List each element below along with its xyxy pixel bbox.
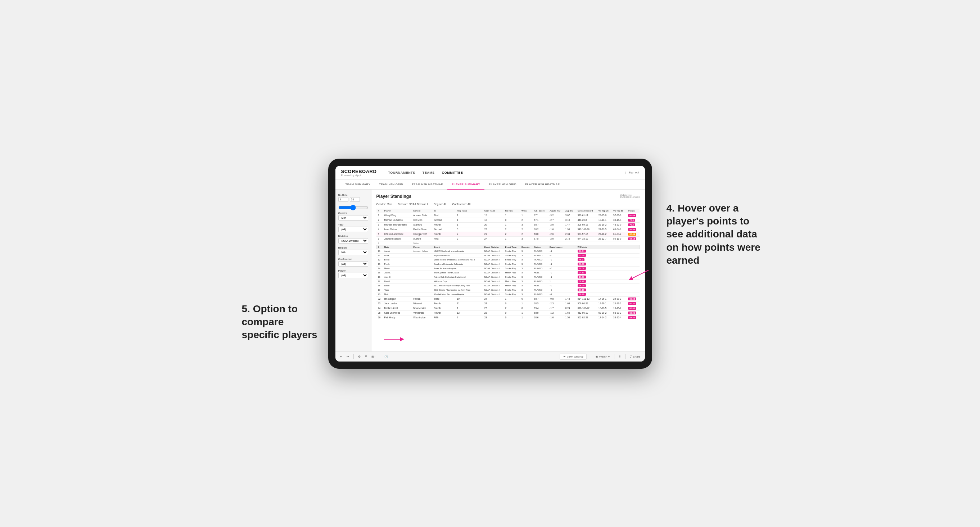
points-badge[interactable]: 59.95: [628, 311, 636, 314]
col-avg-par: Avg to-Par: [548, 209, 564, 213]
tab-player-summary[interactable]: PLAYER SUMMARY: [447, 180, 484, 190]
more-button[interactable]: ⊞ ·: [371, 355, 375, 358]
tab-player-h2h-heatmap[interactable]: PLAYER H2H HEATMAP: [521, 180, 564, 190]
points-badge[interactable]: 58.49: [628, 316, 636, 319]
tooltip-points-badge[interactable]: 66.40: [578, 293, 586, 296]
download-button[interactable]: ⬇: [619, 355, 621, 358]
table-header-row: # Player School Yr Reg Rank Conf Rank No…: [377, 209, 640, 213]
tooltip-points-badge[interactable]: 67.57: [578, 267, 586, 270]
tooltip-points-badge[interactable]: 60.64: [578, 250, 586, 252]
col-vs-top25: Vs Top 25: [597, 209, 612, 213]
division-select[interactable]: NCAA Division I: [338, 238, 368, 243]
divider: [625, 354, 626, 359]
tooltip-points-badge[interactable]: 16.50: [578, 276, 586, 278]
nav-tournaments[interactable]: TOURNAMENTS: [388, 170, 415, 176]
chevron-down-icon: ▾: [608, 355, 610, 358]
tooltip-spacer-row: 7 Niche: [377, 241, 640, 245]
copy-button[interactable]: ⧉: [365, 355, 367, 358]
tooltip-data-row: 19 Tiger SEC Stroke Play hosted by Jerry…: [377, 288, 640, 292]
view-original-button[interactable]: 👁 View: Original: [560, 354, 587, 360]
main-content: No Rds. Gender Men Year (All) Division: [336, 190, 645, 351]
points-badge[interactable]: 88.94: [628, 228, 636, 231]
tooltip-points-badge[interactable]: 73.33: [578, 263, 586, 265]
update-time-value: 27/01/2024 16:56:26: [620, 196, 640, 198]
no-rds-range: [338, 197, 368, 202]
nav-right: | Sign out: [625, 171, 639, 174]
tooltip-data-row: 15 Jake L The Cypress Point Classic NCAA…: [377, 270, 640, 275]
update-time-area: Update time: 27/01/2024 16:56:26: [620, 194, 640, 198]
points-badge[interactable]: 60.58: [628, 297, 636, 300]
clock-button[interactable]: 🕐: [384, 355, 388, 358]
table-row: 3 Michael Thorbjornsen Stanford Fourth 1…: [377, 222, 640, 227]
table-row: 24 Bastien Amat New Mexico Fourth 1 27 2…: [377, 306, 640, 310]
player-label: Player: [338, 270, 368, 272]
points-badge[interactable]: 70.2: [628, 224, 635, 226]
no-rds-max-input[interactable]: [350, 197, 360, 202]
tooltip-data-row: 20 Mutt Mirabel Maui Jim Intercollegiate…: [377, 292, 640, 297]
no-rds-min-input[interactable]: [338, 197, 348, 202]
tab-team-h2h-heatmap[interactable]: TEAM H2H HEATMAP: [407, 180, 447, 190]
tooltip-data-row: 11 Gonk Tiger Invitational NCAA Division…: [377, 253, 640, 257]
no-rds-slider[interactable]: [338, 205, 368, 210]
tooltip-points-badge[interactable]: 46.7: [578, 258, 585, 261]
tab-team-summary[interactable]: TEAM SUMMARY: [341, 180, 375, 190]
col-no-rds: No Rds.: [504, 209, 520, 213]
region-select[interactable]: N/A: [338, 250, 368, 255]
tab-team-h2h-grid[interactable]: TEAM H2H GRID: [375, 180, 407, 190]
col-vs-top50: Vs Top 50: [612, 209, 627, 213]
tooltip-header-row: 8 Mats Player Event Event Division Event…: [377, 245, 640, 249]
undo-button[interactable]: ↩: [340, 355, 342, 358]
year-select[interactable]: (All): [338, 227, 368, 232]
divider: [614, 354, 614, 359]
tooltip-points-badge[interactable]: 53.60: [578, 254, 586, 257]
points-badge-highlighted[interactable]: 80.49: [628, 233, 636, 236]
tablet-frame: SCOREBOARD Powered by clippi TOURNAMENTS…: [328, 159, 652, 369]
points-badge[interactable]: 68.18: [628, 237, 636, 240]
logo-area: SCOREBOARD Powered by clippi: [341, 169, 377, 177]
table-row: 2 Michael La Sasso Ole Miss Second 1 18 …: [377, 217, 640, 222]
tooltip-points-badge[interactable]: 56.18: [578, 289, 586, 291]
standings-table: # Player School Yr Reg Rank Conf Rank No…: [377, 209, 640, 320]
content-area: Player Standings Update time: 27/01/2024…: [371, 190, 645, 351]
gender-select[interactable]: Men: [338, 215, 368, 221]
filter-gender: Gender: Men: [377, 203, 392, 206]
tooltip-points-badge[interactable]: 24.11: [578, 271, 586, 274]
share-button[interactable]: ⤴ Share: [630, 355, 640, 358]
share-icon: ⤴: [630, 355, 632, 358]
col-num: #: [377, 209, 383, 213]
col-points: Points: [627, 209, 640, 213]
tooltip-points-badge[interactable]: 25.90: [578, 284, 586, 287]
points-badge[interactable]: 60.02: [628, 307, 636, 310]
watch-button[interactable]: ◉ Watch ▾: [596, 355, 610, 358]
view-icon: 👁: [563, 355, 566, 358]
nav-links: TOURNAMENTS TEAMS COMMITTEE: [388, 170, 616, 176]
points-badge[interactable]: 76.3: [628, 219, 635, 222]
table-row: 25 Cole Sherwood Vanderbilt Fourth 12 23…: [377, 310, 640, 315]
app-subtitle: Powered by clippi: [341, 174, 377, 177]
conference-select[interactable]: (All): [338, 261, 368, 267]
col-school: School: [412, 209, 432, 213]
points-badge[interactable]: 60.64: [628, 214, 636, 217]
col-reg-rank: Reg Rank: [456, 209, 483, 213]
player-select[interactable]: (All): [338, 273, 368, 278]
tab-player-h2h-grid[interactable]: PLAYER H2H GRID: [484, 180, 521, 190]
sign-out-link[interactable]: Sign out: [628, 171, 639, 174]
year-label: Year: [338, 224, 368, 226]
filter-conference: Conference: All: [452, 203, 471, 206]
annotation-right: 4. Hover over a player's points to see a…: [667, 202, 767, 267]
tooltip-data-row: 18 Luke I SEC Match Play hosted by Jerry…: [377, 284, 640, 288]
filter-region: Region: All: [434, 203, 447, 206]
nav-teams[interactable]: TEAMS: [423, 170, 435, 176]
divider: [380, 354, 380, 359]
points-badge[interactable]: 60.27: [628, 302, 636, 305]
settings-button[interactable]: ⚙: [358, 355, 361, 358]
redo-button[interactable]: ↪: [347, 355, 349, 358]
table-row: 23 Jack Lundin Missouri Fourth 11 24 0 1…: [377, 301, 640, 306]
tooltip-data-row: 17 David Williams Cup NCAA Division I Ma…: [377, 279, 640, 284]
tooltip-points-badge[interactable]: 30.47: [578, 280, 586, 283]
col-conf-rank: Conf Rank: [483, 209, 504, 213]
table-row: 4 Luke Claton Florida State Second 5 27 …: [377, 227, 640, 232]
tooltip-data-row: 12 Brent Wake Forest Invitational at Pin…: [377, 257, 640, 262]
nav-committee[interactable]: COMMITTEE: [442, 170, 463, 176]
content-header: Player Standings Update time: 27/01/2024…: [377, 194, 640, 199]
